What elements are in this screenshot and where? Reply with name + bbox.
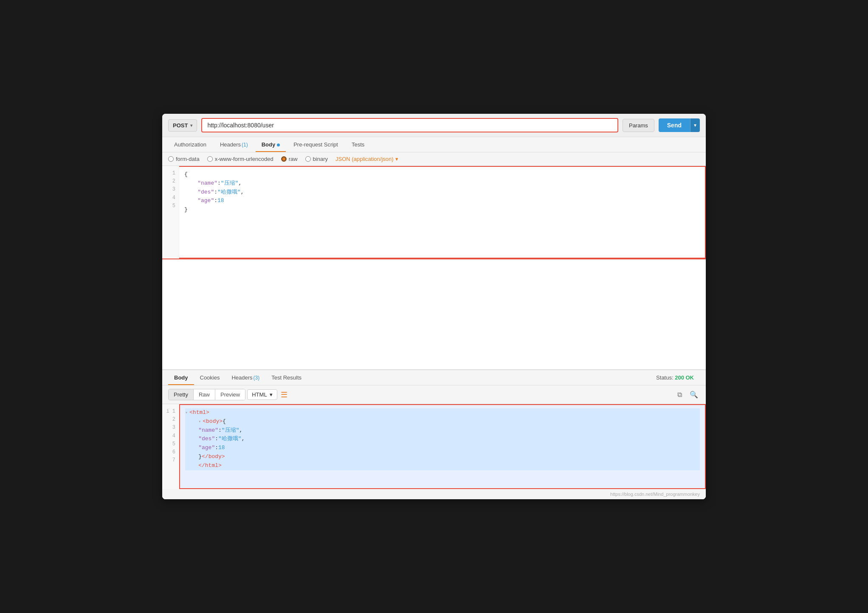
- resp-tab-body[interactable]: Body: [168, 370, 194, 385]
- form-data-option[interactable]: form-data: [168, 156, 200, 162]
- tab-tests[interactable]: Tests: [346, 137, 370, 152]
- resp-tab-headers[interactable]: Headers(3): [225, 370, 265, 385]
- json-type-select[interactable]: JSON (application/json) ▾: [335, 156, 398, 162]
- app-window: POST ▾ Params Send ▾ Authorization Heade…: [162, 114, 706, 499]
- tab-authorization[interactable]: Authorization: [168, 137, 212, 152]
- url-input[interactable]: [201, 118, 618, 132]
- resp-tab-testresults[interactable]: Test Results: [265, 370, 307, 385]
- editor-spacer: [162, 259, 706, 370]
- send-dropdown-button[interactable]: ▾: [690, 118, 700, 132]
- response-code-content[interactable]: ▾<html> ▾<body>{ "name":"压缩", "des":"哈撒哦…: [179, 404, 706, 489]
- response-format-bar: Pretty Raw Preview HTML ▾ ☰ ⧉ 🔍: [162, 385, 706, 404]
- tab-prerequest[interactable]: Pre-request Script: [287, 137, 344, 152]
- method-chevron-icon: ▾: [190, 123, 192, 128]
- footnote: https://blog.csdn.net/Mind_programmonkey: [162, 489, 706, 499]
- format-pretty[interactable]: Pretty: [169, 389, 194, 400]
- request-code-content[interactable]: { "name":"压缩", "des":"哈撒哦", "age":18 }: [179, 166, 706, 259]
- binary-option[interactable]: binary: [305, 156, 328, 162]
- status-code: 200 OK: [675, 374, 694, 381]
- resp-tab-cookies[interactable]: Cookies: [194, 370, 226, 385]
- format-group: Pretty Raw Preview: [168, 389, 245, 400]
- response-code-editor: i 1 2 3 4 5 6 7 ▾<html> ▾<body>{ "name":…: [162, 404, 706, 489]
- lang-chevron-icon: ▾: [270, 391, 273, 398]
- response-line-numbers: i 1 2 3 4 5 6 7: [162, 404, 179, 489]
- response-section: Body Cookies Headers(3) Test Results Sta…: [162, 370, 706, 499]
- request-code-editor: 1 2 3 4 5 { "name":"压缩", "des":"哈撒哦", "a…: [162, 166, 706, 259]
- tab-body[interactable]: Body: [256, 137, 286, 152]
- body-dot: [277, 143, 280, 146]
- method-label: POST: [173, 122, 188, 129]
- request-tabs: Authorization Headers(1) Body Pre-reques…: [162, 137, 706, 152]
- method-select[interactable]: POST ▾: [168, 119, 197, 132]
- send-wrapper: Send ▾: [659, 118, 700, 132]
- url-encoded-option[interactable]: x-www-form-urlencoded: [207, 156, 273, 162]
- params-button[interactable]: Params: [623, 119, 654, 132]
- raw-option[interactable]: raw: [281, 156, 298, 162]
- response-actions: ⧉ 🔍: [676, 389, 700, 400]
- format-preview[interactable]: Preview: [215, 389, 245, 400]
- search-icon[interactable]: 🔍: [688, 389, 700, 400]
- request-line-numbers: 1 2 3 4 5: [162, 166, 179, 259]
- response-tabs: Body Cookies Headers(3) Test Results Sta…: [162, 370, 706, 385]
- copy-icon[interactable]: ⧉: [676, 389, 684, 400]
- body-options: form-data x-www-form-urlencoded raw bina…: [162, 152, 706, 166]
- json-chevron-icon: ▾: [395, 156, 398, 162]
- wrap-icon[interactable]: ☰: [281, 390, 287, 399]
- send-button[interactable]: Send: [659, 118, 690, 132]
- format-raw[interactable]: Raw: [194, 389, 215, 400]
- tab-headers[interactable]: Headers(1): [214, 137, 254, 152]
- status-info: Status: 200 OK: [650, 370, 700, 385]
- lang-select[interactable]: HTML ▾: [247, 389, 277, 400]
- url-bar: POST ▾ Params Send ▾: [162, 114, 706, 137]
